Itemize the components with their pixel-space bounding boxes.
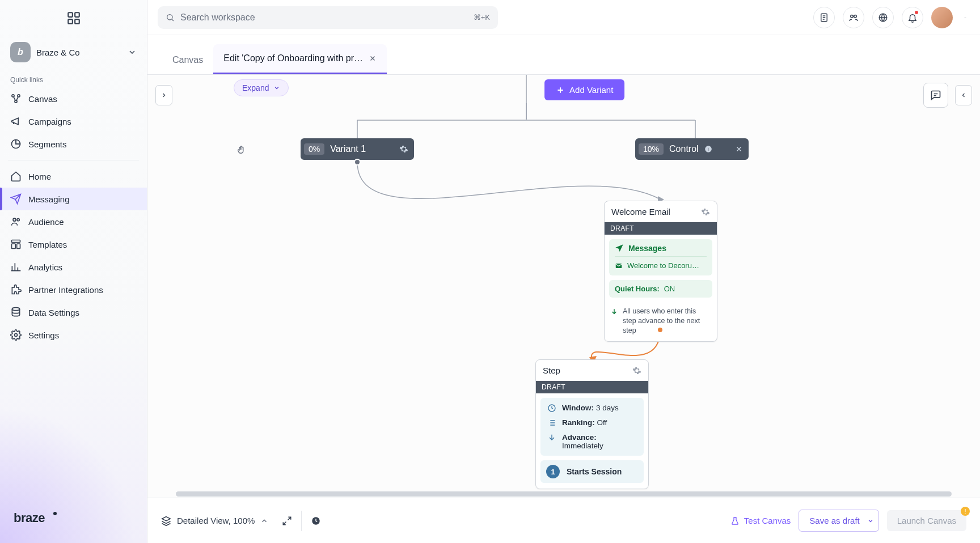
test-canvas-link[interactable]: Test Canvas xyxy=(730,516,791,525)
sidebar-label: Messaging xyxy=(28,194,70,204)
variant-1-label: Variant 1 xyxy=(330,144,366,154)
sidebar-item-home[interactable]: Home xyxy=(0,165,147,188)
sidebar-item-templates[interactable]: Templates xyxy=(0,233,147,256)
advance-text: All users who enter this step advance to… xyxy=(623,307,711,336)
connector-node[interactable] xyxy=(354,159,361,166)
step-card-action-path[interactable]: Step DRAFT Window: 3 days Ranking: Off A… xyxy=(535,359,649,489)
step-card-welcome-email[interactable]: Welcome Email DRAFT Messages Welcome to … xyxy=(604,201,717,342)
chevron-up-icon[interactable] xyxy=(260,517,268,525)
sidebar-item-analytics[interactable]: Analytics xyxy=(0,256,147,278)
sidebar-label: Audience xyxy=(28,217,64,227)
svg-point-12 xyxy=(12,308,19,311)
messages-label: Messages xyxy=(628,244,666,253)
add-variant-button[interactable]: Add Variant xyxy=(544,79,624,100)
flow-icon xyxy=(10,93,22,104)
action-number: 1 xyxy=(546,465,560,478)
messages-block[interactable]: Messages Welcome to Decoru… xyxy=(609,239,712,275)
language-button[interactable] xyxy=(872,7,894,28)
chevron-left-icon xyxy=(960,92,967,99)
clock-solid-icon[interactable] xyxy=(311,516,321,526)
workspace-name: Braze & Co xyxy=(36,48,122,57)
plus-icon xyxy=(556,86,565,95)
account-menu-caret[interactable] xyxy=(961,13,970,22)
people-icon xyxy=(848,12,859,23)
tab-label: Edit 'Copy of Onboarding with pr… xyxy=(223,53,363,63)
control-label: Control xyxy=(669,144,699,154)
expand-left-panel[interactable] xyxy=(155,85,172,105)
sidebar-item-settings[interactable]: Settings xyxy=(0,324,147,346)
gear-icon xyxy=(10,329,22,341)
svg-point-16 xyxy=(167,14,172,19)
save-draft-button[interactable]: Save as draft xyxy=(799,510,870,532)
sidebar-item-segments[interactable]: Segments xyxy=(0,133,147,155)
ranking-value: Off xyxy=(597,418,607,427)
svg-rect-9 xyxy=(12,240,20,243)
notifications-button[interactable] xyxy=(902,7,923,28)
expand-button[interactable]: Expand xyxy=(234,79,289,96)
sidebar-item-audience[interactable]: Audience xyxy=(0,210,147,233)
globe-icon xyxy=(878,12,888,23)
gear-icon[interactable] xyxy=(399,145,408,154)
connector-node[interactable] xyxy=(657,326,664,333)
launch-canvas-button: Launch Canvas ! xyxy=(887,510,966,531)
sidebar-label: Home xyxy=(28,172,51,181)
chevron-down-icon xyxy=(273,84,280,91)
close-icon[interactable] xyxy=(735,145,743,153)
info-icon[interactable]: i xyxy=(704,145,712,153)
advance-note: All users who enter this step advance to… xyxy=(605,302,717,341)
grid-icon[interactable] xyxy=(66,11,81,26)
quick-links-heading: Quick links xyxy=(0,68,147,87)
sidebar-item-data-settings[interactable]: Data Settings xyxy=(0,301,147,324)
gear-icon[interactable] xyxy=(701,207,710,217)
community-button[interactable] xyxy=(843,7,864,28)
horizontal-scrollbar[interactable] xyxy=(176,491,952,497)
card-title: Step xyxy=(543,366,560,375)
view-controls: Detailed View, 100% xyxy=(161,511,321,531)
chevron-down-icon xyxy=(128,48,137,57)
svg-rect-11 xyxy=(17,244,20,248)
top-bar: Search workspace ⌘+K xyxy=(147,0,980,35)
tab-edit-canvas[interactable]: Edit 'Copy of Onboarding with pr… xyxy=(213,44,387,74)
workspace-badge: b xyxy=(10,42,31,62)
expand-right-panel[interactable] xyxy=(955,85,972,105)
workspace-switcher[interactable]: b Braze & Co xyxy=(0,36,147,68)
close-icon[interactable] xyxy=(369,54,377,62)
users-icon xyxy=(10,216,22,227)
view-label: Detailed View, 100% xyxy=(177,516,255,525)
notes-button[interactable] xyxy=(813,7,835,28)
quiet-hours-row: Quiet Hours: ON xyxy=(609,280,712,298)
control-percent: 10% xyxy=(639,143,664,155)
expand-icon[interactable] xyxy=(282,516,292,526)
layers-icon[interactable] xyxy=(161,516,171,526)
search-input[interactable]: Search workspace ⌘+K xyxy=(158,6,498,29)
svg-point-7 xyxy=(13,218,16,221)
gear-icon[interactable] xyxy=(632,366,641,375)
sidebar-item-partner[interactable]: Partner Integrations xyxy=(0,278,147,301)
svg-point-18 xyxy=(851,15,854,18)
chevron-down-icon xyxy=(867,517,874,524)
svg-rect-3 xyxy=(75,19,79,24)
tab-canvas[interactable]: Canvas xyxy=(162,46,213,74)
footer-actions: Test Canvas Save as draft Launch Canvas … xyxy=(730,510,966,532)
sidebar-item-campaigns[interactable]: Campaigns xyxy=(0,110,147,133)
advance-value: Immediately xyxy=(562,442,603,450)
control-bar[interactable]: 10% Control i xyxy=(635,138,749,160)
ranking-label: Ranking: xyxy=(562,418,595,427)
divider xyxy=(301,511,302,531)
sidebar-label: Analytics xyxy=(28,262,62,272)
variant-1-bar[interactable]: 0% Variant 1 xyxy=(301,138,414,160)
canvas-workspace[interactable]: Expand Add Variant 0% Variant 1 1 xyxy=(147,75,980,498)
window-label: Window: xyxy=(562,404,594,412)
divider xyxy=(8,160,139,160)
action-path-row[interactable]: 1 Starts Session xyxy=(540,460,644,483)
feedback-button[interactable] xyxy=(923,83,948,108)
chart-icon xyxy=(10,261,22,273)
sidebar-item-canvas[interactable]: Canvas xyxy=(0,87,147,110)
chevron-right-icon xyxy=(160,92,167,99)
user-avatar[interactable] xyxy=(931,7,953,28)
save-draft-dropdown[interactable] xyxy=(863,510,879,532)
search-icon xyxy=(166,13,175,22)
topbar-actions xyxy=(813,7,970,28)
sidebar-item-messaging[interactable]: Messaging xyxy=(0,188,147,210)
svg-point-8 xyxy=(17,219,19,221)
